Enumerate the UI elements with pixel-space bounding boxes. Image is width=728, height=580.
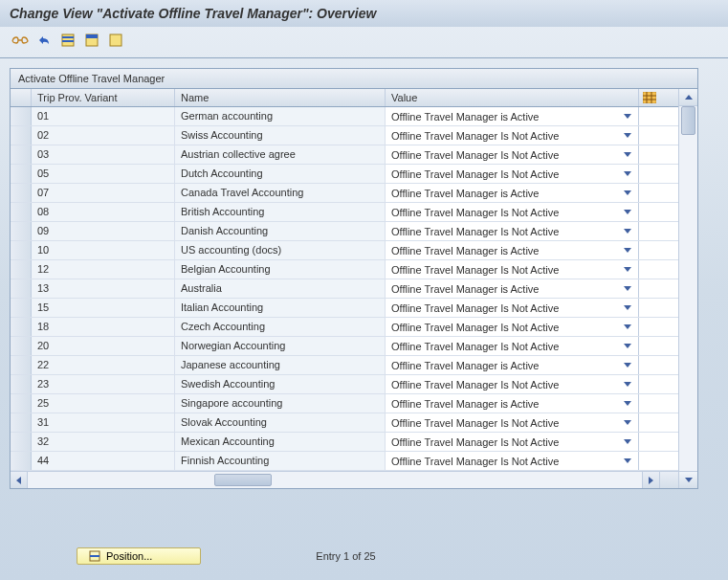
dropdown-arrow-icon[interactable] — [623, 399, 632, 409]
cell-variant[interactable]: 09 — [32, 222, 175, 240]
row-selector[interactable] — [11, 375, 32, 393]
column-header-variant[interactable]: Trip Prov. Variant — [32, 89, 175, 106]
row-selector[interactable] — [11, 222, 32, 240]
table-body: 01German accountingOffline Travel Manage… — [11, 107, 678, 471]
cell-variant[interactable]: 23 — [32, 375, 175, 393]
cell-variant[interactable]: 03 — [32, 145, 175, 164]
dropdown-arrow-icon[interactable] — [623, 437, 632, 447]
row-selector[interactable] — [11, 413, 32, 432]
table-settings-button[interactable] — [638, 89, 659, 106]
row-tail — [638, 203, 659, 221]
dropdown-arrow-icon[interactable] — [623, 380, 632, 390]
cell-value[interactable]: Offline Travel Manager Is Not Active — [386, 337, 638, 355]
dropdown-arrow-icon[interactable] — [623, 457, 632, 466]
cell-value[interactable]: Offline Travel Manager Is Not Active — [386, 222, 638, 240]
scroll-right-button[interactable] — [642, 472, 659, 488]
cell-variant[interactable]: 10 — [32, 241, 175, 259]
row-selector[interactable] — [11, 165, 32, 183]
deselect-button[interactable] — [105, 31, 126, 50]
select-block-button[interactable] — [81, 31, 102, 50]
dropdown-arrow-icon[interactable] — [623, 323, 632, 332]
cell-variant[interactable]: 12 — [32, 260, 175, 279]
cell-value[interactable]: Offline Travel Manager is Active — [386, 184, 638, 202]
dropdown-arrow-icon[interactable] — [623, 265, 632, 275]
column-header-value[interactable]: Value — [386, 89, 638, 106]
column-header-name[interactable]: Name — [175, 89, 386, 106]
row-selector[interactable] — [11, 337, 32, 355]
cell-value[interactable]: Offline Travel Manager Is Not Active — [386, 375, 638, 393]
cell-value-text: Offline Travel Manager Is Not Active — [391, 436, 559, 448]
cell-value[interactable]: Offline Travel Manager is Active — [386, 356, 638, 374]
dropdown-arrow-icon[interactable] — [623, 169, 632, 179]
cell-value[interactable]: Offline Travel Manager Is Not Active — [386, 452, 638, 470]
scroll-left-button[interactable] — [11, 472, 28, 488]
row-selector[interactable] — [11, 433, 32, 451]
row-selector[interactable] — [11, 203, 32, 221]
row-selector[interactable] — [11, 279, 32, 298]
dropdown-arrow-icon[interactable] — [623, 208, 632, 217]
cell-value[interactable]: Offline Travel Manager Is Not Active — [386, 260, 638, 279]
select-all-button[interactable] — [57, 31, 78, 50]
cell-value[interactable]: Offline Travel Manager Is Not Active — [386, 165, 638, 183]
cell-variant[interactable]: 01 — [32, 107, 175, 125]
cell-value[interactable]: Offline Travel Manager Is Not Active — [386, 145, 638, 164]
row-selector[interactable] — [11, 356, 32, 374]
undo-button[interactable] — [33, 31, 55, 50]
scroll-down-button[interactable] — [679, 471, 697, 488]
table-row: 13AustraliaOffline Travel Manager is Act… — [11, 279, 678, 299]
cell-variant[interactable]: 05 — [32, 165, 175, 183]
scroll-up-button[interactable] — [679, 89, 697, 106]
vscroll-track[interactable] — [679, 106, 697, 471]
dropdown-arrow-icon[interactable] — [623, 284, 632, 294]
cell-variant[interactable]: 18 — [32, 318, 175, 336]
cell-value[interactable]: Offline Travel Manager is Active — [386, 279, 638, 298]
dropdown-arrow-icon[interactable] — [623, 342, 632, 351]
cell-value[interactable]: Offline Travel Manager Is Not Active — [386, 203, 638, 221]
hscroll-thumb[interactable] — [214, 474, 272, 486]
cell-variant[interactable]: 25 — [32, 394, 175, 413]
row-selector[interactable] — [11, 145, 32, 164]
arrow-up-icon — [685, 95, 693, 100]
position-button[interactable]: Position... — [77, 547, 201, 565]
dropdown-arrow-icon[interactable] — [623, 303, 632, 313]
cell-value[interactable]: Offline Travel Manager Is Not Active — [386, 126, 638, 145]
cell-value[interactable]: Offline Travel Manager Is Not Active — [386, 433, 638, 451]
cell-variant[interactable]: 20 — [32, 337, 175, 355]
cell-value[interactable]: Offline Travel Manager Is Not Active — [386, 413, 638, 432]
cell-value[interactable]: Offline Travel Manager is Active — [386, 241, 638, 259]
dropdown-arrow-icon[interactable] — [623, 150, 632, 160]
dropdown-arrow-icon[interactable] — [623, 227, 632, 236]
hscroll-track[interactable] — [28, 472, 642, 488]
vscroll-thumb[interactable] — [681, 106, 695, 135]
cell-variant[interactable]: 31 — [32, 413, 175, 432]
cell-variant[interactable]: 02 — [32, 126, 175, 145]
row-selector[interactable] — [11, 260, 32, 279]
dropdown-arrow-icon[interactable] — [623, 131, 632, 141]
row-selector[interactable] — [11, 452, 32, 470]
cell-variant[interactable]: 08 — [32, 203, 175, 221]
row-selector[interactable] — [11, 241, 32, 259]
dropdown-arrow-icon[interactable] — [623, 361, 632, 370]
cell-value[interactable]: Offline Travel Manager Is Not Active — [386, 299, 638, 317]
cell-value[interactable]: Offline Travel Manager Is Not Active — [386, 318, 638, 336]
cell-variant[interactable]: 13 — [32, 279, 175, 298]
dropdown-arrow-icon[interactable] — [623, 189, 632, 198]
cell-value[interactable]: Offline Travel Manager is Active — [386, 394, 638, 413]
cell-variant[interactable]: 07 — [32, 184, 175, 202]
other-view-button[interactable] — [10, 31, 31, 50]
cell-value[interactable]: Offline Travel Manager is Active — [386, 107, 638, 125]
dropdown-arrow-icon[interactable] — [623, 246, 632, 256]
row-selector[interactable] — [11, 318, 32, 336]
cell-variant[interactable]: 44 — [32, 452, 175, 470]
cell-variant[interactable]: 22 — [32, 356, 175, 374]
row-selector[interactable] — [11, 299, 32, 317]
row-selector[interactable] — [11, 107, 32, 125]
row-selector[interactable] — [11, 126, 32, 145]
row-selector[interactable] — [11, 394, 32, 413]
dropdown-arrow-icon[interactable] — [623, 112, 632, 122]
dropdown-arrow-icon[interactable] — [623, 418, 632, 428]
cell-variant[interactable]: 15 — [32, 299, 175, 317]
row-selector[interactable] — [11, 184, 32, 202]
row-tail — [638, 260, 659, 279]
cell-variant[interactable]: 32 — [32, 433, 175, 451]
